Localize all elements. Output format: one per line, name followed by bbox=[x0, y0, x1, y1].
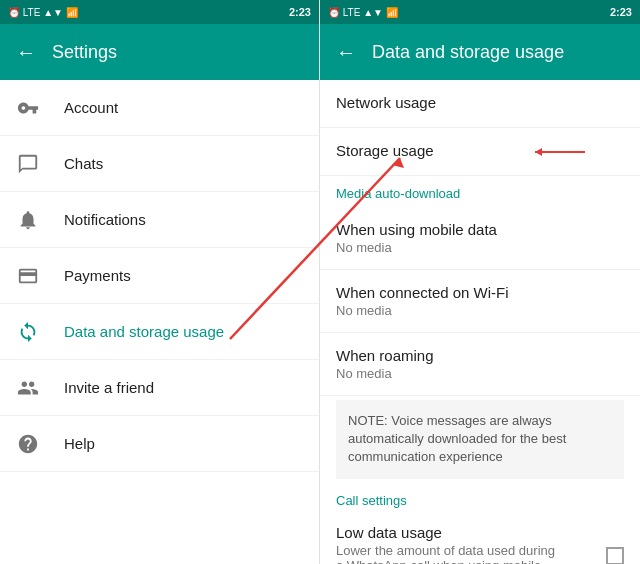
detail-title: Data and storage usage bbox=[372, 42, 564, 63]
status-icons-left: ⏰ LTE ▲▼ 📶 bbox=[8, 7, 78, 18]
sidebar-item-chats[interactable]: Chats bbox=[0, 136, 319, 192]
low-data-checkbox[interactable] bbox=[606, 547, 624, 564]
sync-icon bbox=[16, 320, 40, 344]
sidebar-item-payments[interactable]: Payments bbox=[0, 248, 319, 304]
data-label: Data and storage usage bbox=[64, 323, 224, 340]
settings-list: Account Chats Notifications Payments bbox=[0, 80, 319, 564]
wifi-item[interactable]: When connected on Wi-Fi No media bbox=[320, 270, 640, 333]
app-bar-left: ← Settings bbox=[0, 24, 319, 80]
detail-panel: ⏰ LTE ▲▼ 📶 2:23 ← Data and storage usage… bbox=[320, 0, 640, 564]
back-icon-right[interactable]: ← bbox=[336, 41, 356, 64]
chat-icon bbox=[16, 152, 40, 176]
network-usage-title: Network usage bbox=[336, 94, 624, 111]
status-bar-right: ⏰ LTE ▲▼ 📶 2:23 bbox=[320, 0, 640, 24]
sidebar-item-data[interactable]: Data and storage usage bbox=[0, 304, 319, 360]
wifi-title: When connected on Wi-Fi bbox=[336, 284, 624, 301]
low-data-text: Low data usage Lower the amount of data … bbox=[336, 524, 556, 564]
settings-panel: ⏰ LTE ▲▼ 📶 2:23 ← Settings Account Chats… bbox=[0, 0, 320, 564]
call-section-header: Call settings bbox=[320, 483, 640, 514]
mobile-data-item[interactable]: When using mobile data No media bbox=[320, 207, 640, 270]
account-label: Account bbox=[64, 99, 118, 116]
help-icon bbox=[16, 432, 40, 456]
card-icon bbox=[16, 264, 40, 288]
sidebar-item-account[interactable]: Account bbox=[0, 80, 319, 136]
settings-title: Settings bbox=[52, 42, 117, 63]
roaming-title: When roaming bbox=[336, 347, 624, 364]
people-icon bbox=[16, 376, 40, 400]
wifi-sub: No media bbox=[336, 303, 624, 318]
roaming-sub: No media bbox=[336, 366, 624, 381]
help-label: Help bbox=[64, 435, 95, 452]
mobile-data-title: When using mobile data bbox=[336, 221, 624, 238]
storage-usage-item[interactable]: Storage usage bbox=[320, 128, 640, 176]
mobile-data-sub: No media bbox=[336, 240, 624, 255]
payments-label: Payments bbox=[64, 267, 131, 284]
voice-note: NOTE: Voice messages are always automati… bbox=[336, 400, 624, 479]
low-data-sub: Lower the amount of data used during a W… bbox=[336, 543, 556, 564]
media-section-header: Media auto-download bbox=[320, 176, 640, 207]
roaming-item[interactable]: When roaming No media bbox=[320, 333, 640, 396]
status-bar-left: ⏰ LTE ▲▼ 📶 2:23 bbox=[0, 0, 319, 24]
sidebar-item-help[interactable]: Help bbox=[0, 416, 319, 472]
sidebar-item-notifications[interactable]: Notifications bbox=[0, 192, 319, 248]
low-data-title: Low data usage bbox=[336, 524, 556, 541]
low-data-item[interactable]: Low data usage Lower the amount of data … bbox=[320, 514, 640, 564]
back-icon-left[interactable]: ← bbox=[16, 41, 36, 64]
sidebar-item-invite[interactable]: Invite a friend bbox=[0, 360, 319, 416]
chats-label: Chats bbox=[64, 155, 103, 172]
app-bar-right: ← Data and storage usage bbox=[320, 24, 640, 80]
bell-icon bbox=[16, 208, 40, 232]
invite-label: Invite a friend bbox=[64, 379, 154, 396]
key-icon bbox=[16, 96, 40, 120]
status-icons-right: ⏰ LTE ▲▼ 📶 bbox=[328, 7, 398, 18]
time-left: 2:23 bbox=[289, 6, 311, 18]
storage-usage-title: Storage usage bbox=[336, 142, 624, 159]
detail-list: Network usage Storage usage Media auto-d… bbox=[320, 80, 640, 564]
network-usage-item[interactable]: Network usage bbox=[320, 80, 640, 128]
notifications-label: Notifications bbox=[64, 211, 146, 228]
time-right: 2:23 bbox=[610, 6, 632, 18]
